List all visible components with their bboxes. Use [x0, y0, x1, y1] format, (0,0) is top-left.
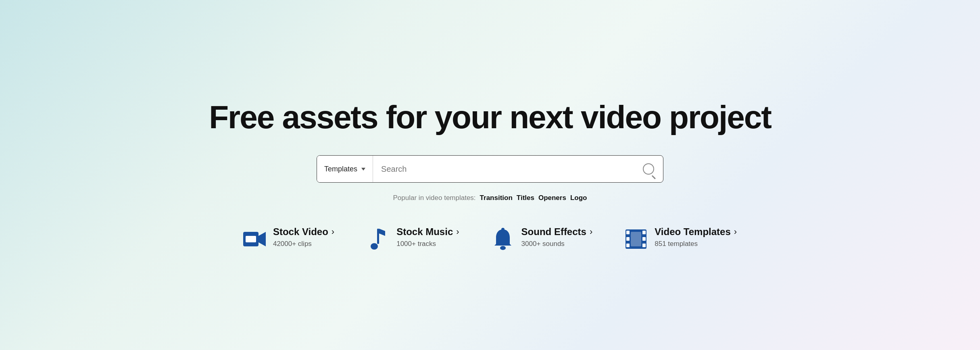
tag-openers[interactable]: Openers: [538, 194, 566, 202]
search-button[interactable]: [634, 156, 663, 182]
stock-music-text: Stock Music › 1000+ tracks: [396, 226, 459, 248]
svg-rect-4: [377, 229, 379, 244]
svg-rect-10: [626, 244, 630, 247]
search-input[interactable]: [373, 156, 634, 182]
svg-rect-8: [626, 231, 630, 234]
sound-effects-title: Sound Effects ›: [521, 226, 593, 237]
svg-marker-1: [259, 232, 266, 246]
film-icon: [625, 228, 647, 250]
svg-rect-9: [626, 237, 630, 241]
bell-icon: [492, 228, 514, 250]
stock-video-title: Stock Video ›: [273, 226, 334, 237]
categories-row: Stock Video › 42000+ clips Stock Music ›: [228, 226, 752, 250]
search-icon: [643, 163, 654, 175]
video-templates-title: Video Templates ›: [655, 226, 737, 237]
stock-video-text: Stock Video › 42000+ clips: [273, 226, 334, 248]
sound-effects-text: Sound Effects › 3000+ sounds: [521, 226, 593, 248]
svg-rect-12: [642, 237, 646, 241]
search-type-dropdown[interactable]: Templates: [317, 156, 373, 182]
category-stock-music[interactable]: Stock Music › 1000+ tracks: [367, 226, 459, 250]
hero-section: Free assets for your next video project …: [208, 100, 772, 250]
sound-effects-count: 3000+ sounds: [521, 240, 593, 248]
dropdown-label: Templates: [324, 165, 357, 173]
svg-rect-13: [642, 244, 646, 247]
search-bar: Templates: [317, 155, 663, 183]
svg-point-3: [371, 243, 378, 250]
tag-transition[interactable]: Transition: [480, 194, 513, 202]
video-templates-text: Video Templates › 851 templates: [655, 226, 737, 248]
svg-rect-14: [631, 232, 641, 246]
video-icon: [243, 228, 266, 250]
svg-rect-6: [501, 228, 505, 231]
stock-music-title: Stock Music ›: [396, 226, 459, 237]
svg-rect-11: [642, 231, 646, 234]
chevron-right-icon: ›: [332, 227, 334, 237]
chevron-right-icon: ›: [456, 227, 459, 237]
popular-label: Popular in video templates:: [393, 194, 476, 202]
video-templates-count: 851 templates: [655, 240, 737, 248]
popular-tags-row: Popular in video templates: Transition T…: [393, 194, 587, 202]
svg-rect-2: [246, 236, 256, 242]
stock-music-count: 1000+ tracks: [396, 240, 459, 248]
category-video-templates[interactable]: Video Templates › 851 templates: [625, 226, 737, 250]
chevron-right-icon: ›: [734, 227, 737, 237]
page-title: Free assets for your next video project: [209, 100, 771, 135]
chevron-down-icon: [361, 168, 365, 171]
category-sound-effects[interactable]: Sound Effects › 3000+ sounds: [492, 226, 593, 250]
chevron-right-icon: ›: [590, 227, 592, 237]
category-stock-video[interactable]: Stock Video › 42000+ clips: [243, 226, 334, 250]
svg-point-5: [500, 246, 506, 250]
stock-video-count: 42000+ clips: [273, 240, 334, 248]
music-icon: [367, 228, 389, 250]
tag-titles[interactable]: Titles: [517, 194, 534, 202]
tag-logo[interactable]: Logo: [570, 194, 587, 202]
